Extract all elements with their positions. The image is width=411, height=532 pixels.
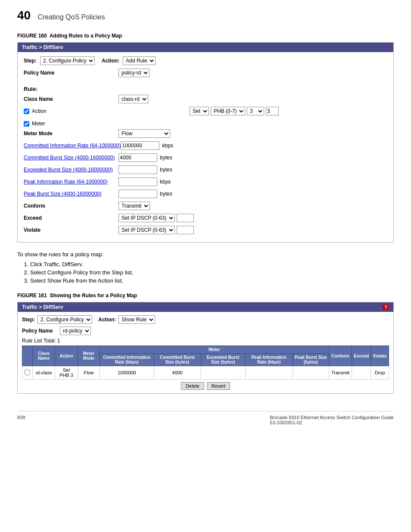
page-header: 40 Creating QoS Policies xyxy=(17,9,394,22)
col-cbs-header: Committed Burst Size (bytes) xyxy=(154,354,201,366)
row-checkbox[interactable] xyxy=(25,370,30,375)
figure-161-label: FIGURE 161 Showing the Rules for a Polic… xyxy=(17,292,394,299)
action-checkbox-row: Action Set PHB (0-7) 3 xyxy=(24,107,387,115)
pir-row: Peak Information Rate (64-1000000) kbps xyxy=(24,177,387,186)
col-pir-header: Peak Information Rate (kbps) xyxy=(245,354,293,366)
row-checkbox-cell xyxy=(22,366,33,380)
policy-name-row: Policy Name policy-rd xyxy=(24,68,387,77)
class-name-row: Class Name class-rd xyxy=(24,95,387,103)
col-conform-header: Conform xyxy=(329,346,352,366)
row-cir: 1000000 xyxy=(100,366,154,380)
col-exceed-header: Exceed xyxy=(352,346,371,366)
ebs-row: Exceeded Burst Size (4000-16000000) byte… xyxy=(24,165,387,174)
action-num-select[interactable]: 3 xyxy=(247,107,264,115)
footer-guide-info: Brocade 6910 Ethernet Access Switch Conf… xyxy=(270,415,394,425)
figure-161-panel-body: Step: 2. Configure Policy Action: Show R… xyxy=(18,312,393,393)
instruction-step-2: Select Configure Policy from the Step li… xyxy=(30,269,394,276)
delete-button[interactable]: Delete xyxy=(181,382,204,390)
action-phb-select[interactable]: PHB (0-7) xyxy=(211,107,245,115)
step-action-row: Step: 2. Configure Policy Action: Add Ru… xyxy=(24,56,387,65)
conform-row: Conform Transmit xyxy=(24,202,387,210)
page-title: Creating QoS Policies xyxy=(37,13,105,21)
revert-button[interactable]: Revert xyxy=(207,382,230,390)
ebs-input[interactable] xyxy=(118,165,157,174)
policy-name-select[interactable]: policy-rd xyxy=(118,68,149,77)
meter-group-header: Meter xyxy=(100,346,329,354)
instruction-step-1: Click Traffic, DiffServ. xyxy=(30,261,394,268)
pbs-row: Peak Burst Size (4000-16000000) bytes xyxy=(24,190,387,198)
conform-select[interactable]: Transmit xyxy=(118,202,150,210)
col-ebs-header: Exceeded Burst Size (bytes) xyxy=(201,354,245,366)
exceed-dscp-input[interactable] xyxy=(177,214,194,222)
rule-list-label: Rule List Total: 1 xyxy=(22,338,389,344)
violate-select[interactable]: Set IP DSCP (0-63) xyxy=(118,226,175,234)
cir-row: Committed Information Rate (64-1000000) … xyxy=(24,141,387,150)
row-pir xyxy=(245,366,293,380)
policy-name-row-161: Policy Name rd-policy xyxy=(22,327,389,335)
col-meter-mode-header: Meter Mode xyxy=(78,346,100,366)
figure-161-panel: Traffic > DiffServ ? Step: 2. Configure … xyxy=(17,302,394,394)
row-conform: Transmit xyxy=(329,366,352,380)
instruction-step-3: Select Show Rule from the Action list. xyxy=(30,277,394,284)
step-select[interactable]: 2. Configure Policy xyxy=(40,56,95,65)
page-number: 40 xyxy=(17,9,31,22)
exceed-select[interactable]: Set IP DSCP (0-63) xyxy=(118,214,175,222)
row-exceed xyxy=(352,366,371,380)
button-row: Delete Revert xyxy=(22,382,389,390)
row-class-name: rd-class xyxy=(33,366,55,380)
meter-checkbox[interactable] xyxy=(24,121,29,127)
meter-checkbox-row: Meter xyxy=(24,121,387,127)
col-pbs-header: Peak Burst Size (bytes) xyxy=(293,354,329,366)
col-action-header: Action xyxy=(55,346,78,366)
rule-table: Class Name Action Meter Mode Meter Confo… xyxy=(22,345,389,380)
class-name-select[interactable]: class-rd xyxy=(118,95,148,103)
step-select-161[interactable]: 2. Configure Policy xyxy=(37,315,92,324)
figure-160-panel: Traffic > DiffServ Step: 2. Configure Po… xyxy=(17,42,394,243)
rule-section-label: Rule: xyxy=(24,86,387,92)
action-set-select[interactable]: Set xyxy=(190,107,209,115)
row-violate: Drop xyxy=(371,366,389,380)
figure-160-panel-header: Traffic > DiffServ xyxy=(18,43,393,52)
footer-page-number: 838 xyxy=(17,415,25,425)
meter-mode-row: Meter Mode Flow xyxy=(24,129,387,138)
row-cbs: 4000 xyxy=(154,366,201,380)
pir-input[interactable] xyxy=(118,177,157,186)
row-action: Set PHB 3 xyxy=(55,366,78,380)
meter-mode-select[interactable]: Flow xyxy=(118,129,170,138)
action-num-input[interactable] xyxy=(266,107,279,115)
row-meter-mode: Flow xyxy=(78,366,100,380)
pbs-input[interactable] xyxy=(118,190,157,198)
exceed-row: Exceed Set IP DSCP (0-63) xyxy=(24,214,387,222)
violate-dscp-input[interactable] xyxy=(177,226,194,234)
col-checkbox-header xyxy=(22,346,33,366)
row-pbs xyxy=(293,366,329,380)
figure-161-panel-header: Traffic > DiffServ ? xyxy=(18,302,393,312)
action-select-161[interactable]: Show Rule xyxy=(118,315,155,324)
table-row: rd-class Set PHB 3 Flow 1000000 4000 Tra… xyxy=(22,366,389,380)
action-checkbox[interactable] xyxy=(24,109,29,114)
violate-row: Violate Set IP DSCP (0-63) xyxy=(24,226,387,234)
col-class-name-header: Class Name xyxy=(33,346,55,366)
cbs-input[interactable] xyxy=(118,153,157,162)
col-cir-header: Committed Information Rate (kbps) xyxy=(100,354,154,366)
page-footer: 838 Brocade 6910 Ethernet Access Switch … xyxy=(17,411,394,425)
step-action-row-161: Step: 2. Configure Policy Action: Show R… xyxy=(22,315,389,324)
figure-160-label: FIGURE 160 Adding Rules to a Policy Map xyxy=(17,33,394,39)
cbs-row: Committed Burst Size (4000-16000000) byt… xyxy=(24,153,387,162)
help-icon[interactable]: ? xyxy=(383,305,389,310)
cir-input[interactable] xyxy=(121,141,159,150)
policy-name-select-161[interactable]: rd-policy xyxy=(60,327,91,335)
action-select[interactable]: Add Rule xyxy=(123,56,156,65)
row-ebs xyxy=(201,366,245,380)
instructions-intro: To show the rules for a policy map: xyxy=(17,251,394,258)
col-violate-header: Violate xyxy=(371,346,389,366)
figure-160-panel-body: Step: 2. Configure Policy Action: Add Ru… xyxy=(18,52,393,242)
instructions-list: Click Traffic, DiffServ. Select Configur… xyxy=(30,261,394,284)
